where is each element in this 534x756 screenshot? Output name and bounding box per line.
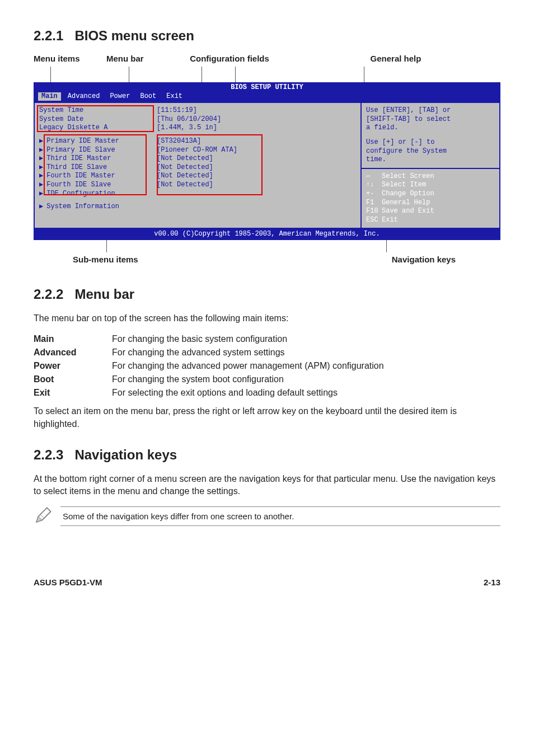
section-number: 2.2.1 <box>34 28 63 43</box>
note-box: Some of the navigation keys differ from … <box>34 506 500 527</box>
footer-right: 2-13 <box>484 577 500 587</box>
label-config-fields: Configuration fields <box>168 54 291 63</box>
paragraph: To select an item on the menu bar, press… <box>34 405 500 430</box>
section-title: Navigation keys <box>74 447 177 462</box>
bios-nav-box: ↔Select Screen ↑↓Select Item +-Change Op… <box>360 169 500 229</box>
bios-tab-main[interactable]: Main <box>38 92 61 101</box>
definitions-table: MainFor changing the basic system config… <box>34 332 500 400</box>
section-heading: 2.2.3 Navigation keys <box>34 447 500 463</box>
bios-tab-boot[interactable]: Boot <box>140 92 166 101</box>
label-menu-bar: Menu bar <box>106 54 168 63</box>
bios-menubar: Main Advanced Power Boot Exit <box>34 92 500 102</box>
bios-row[interactable]: ▶System Information <box>39 203 356 212</box>
bios-row[interactable]: ▶Fourth IDE Slave[Not Detected] <box>39 181 356 190</box>
triangle-icon: ▶ <box>39 190 46 198</box>
bios-tab-exit[interactable]: Exit <box>166 92 193 101</box>
label-general-help: General help <box>291 54 500 63</box>
svg-line-0 <box>40 514 44 518</box>
bios-row[interactable]: ▶Primary IDE Slave[Pioneer CD-ROM ATA] <box>39 146 356 155</box>
bios-row[interactable]: System Date[Thu 06/10/2004] <box>39 115 356 124</box>
triangle-icon: ▶ <box>39 172 46 180</box>
triangle-icon: ▶ <box>39 163 46 171</box>
label-submenu-items: Sub-menu items <box>73 255 138 264</box>
bios-row[interactable]: ▶Third IDE Slave[Not Detected] <box>39 163 356 172</box>
table-row: BootFor changing the system boot configu… <box>34 373 500 386</box>
top-callout-labels: Menu items Menu bar Configuration fields… <box>34 54 500 63</box>
bios-screenshot: BIOS SETUP UTILITY Main Advanced Power B… <box>34 82 500 240</box>
bios-row[interactable]: Legacy Diskette A[1.44M, 3.5 in] <box>39 124 356 133</box>
triangle-icon: ▶ <box>39 146 46 154</box>
table-row: MainFor changing the basic system config… <box>34 332 500 346</box>
bios-row[interactable]: ▶Fourth IDE Master[Not Detected] <box>39 172 356 181</box>
bios-row[interactable]: ▶IDE Configuration <box>39 190 356 199</box>
bottom-connector-lines <box>34 240 500 252</box>
triangle-icon: ▶ <box>39 154 46 162</box>
section-heading: 2.2.2 Menu bar <box>34 287 500 302</box>
table-row: ExitFor selecting the exit options and l… <box>34 386 500 400</box>
bios-titlebar: BIOS SETUP UTILITY <box>34 82 500 92</box>
table-row: AdvancedFor changing the advanced system… <box>34 346 500 359</box>
section-heading: 2.2.1 BIOS menu screen <box>34 28 500 44</box>
section-title: Menu bar <box>74 287 134 302</box>
page-footer: ASUS P5GD1-VM 2-13 <box>34 577 500 587</box>
section-number: 2.2.3 <box>34 447 63 462</box>
bios-footer: v00.00 (C)Copyright 1985-2003, American … <box>34 229 500 240</box>
triangle-icon: ▶ <box>39 181 46 189</box>
section-number: 2.2.2 <box>34 287 63 302</box>
paragraph: The menu bar on top of the screen has th… <box>34 312 500 325</box>
bios-tab-power[interactable]: Power <box>110 92 140 101</box>
bios-help-box: Use [ENTER], [TAB] or [SHIFT-TAB] to sel… <box>360 102 500 169</box>
bios-tab-advanced[interactable]: Advanced <box>68 92 110 101</box>
note-text: Some of the navigation keys differ from … <box>60 506 500 526</box>
triangle-icon: ▶ <box>39 137 46 145</box>
table-row: PowerFor changing the advanced power man… <box>34 359 500 373</box>
label-navigation-keys: Navigation keys <box>392 255 456 264</box>
section-title: BIOS menu screen <box>74 28 194 43</box>
paragraph: At the bottom right corner of a menu scr… <box>34 473 500 498</box>
top-connector-lines <box>34 67 500 82</box>
triangle-icon: ▶ <box>39 203 46 210</box>
bottom-callout-labels: Sub-menu items Navigation keys <box>34 255 500 264</box>
bios-row[interactable]: ▶Third IDE Master[Not Detected] <box>39 154 356 163</box>
label-menu-items: Menu items <box>34 54 106 63</box>
bios-left-pane: System Time[11:51:19] System Date[Thu 06… <box>34 102 360 229</box>
footer-left: ASUS P5GD1-VM <box>34 577 102 587</box>
pencil-icon <box>34 506 53 527</box>
bios-row[interactable]: System Time[11:51:19] <box>39 106 356 115</box>
bios-row[interactable]: ▶Primary IDE Master[ST320413A] <box>39 137 356 146</box>
